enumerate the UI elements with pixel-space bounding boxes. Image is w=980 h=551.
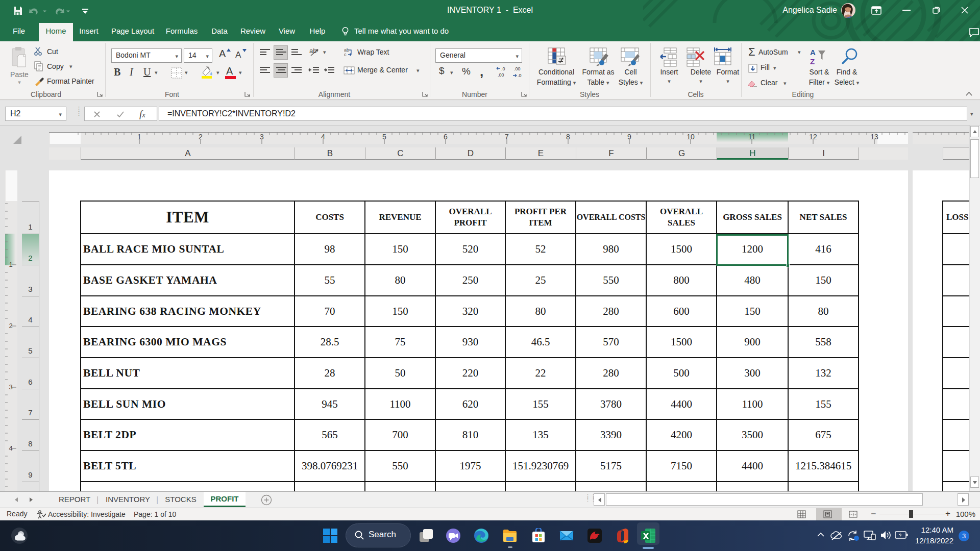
svg-text:.00: .00: [498, 72, 504, 78]
svg-text:A: A: [810, 48, 816, 57]
svg-text:Z: Z: [810, 57, 815, 66]
svg-text:.0: .0: [518, 73, 522, 78]
svg-text:.00: .00: [514, 66, 521, 71]
svg-text:.0: .0: [501, 66, 505, 71]
svg-text:c: c: [344, 52, 347, 57]
